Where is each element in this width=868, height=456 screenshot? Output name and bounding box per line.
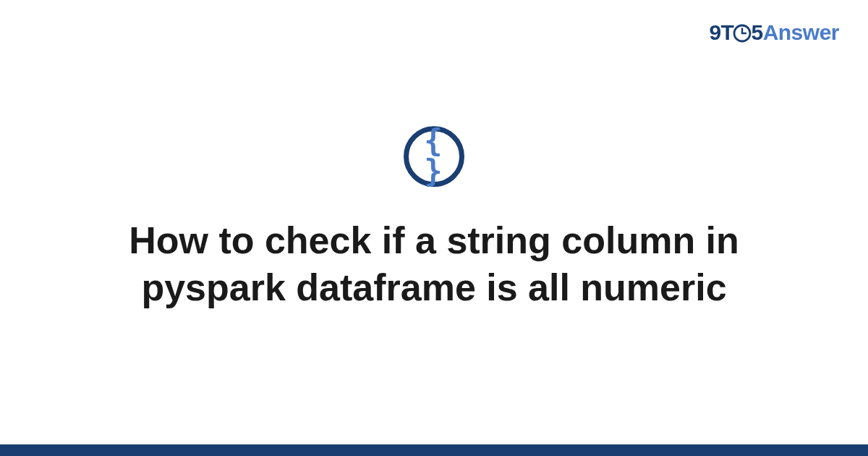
code-braces-icon: { }	[404, 126, 464, 187]
logo-text-t: T	[721, 20, 734, 44]
main-content: { } How to check if a string column in p…	[0, 126, 868, 311]
logo-text-answer: Answer	[763, 20, 839, 44]
braces-glyph: { }	[409, 126, 459, 187]
logo-text-5: 5	[751, 20, 762, 44]
site-logo[interactable]: 9T 5Answer	[709, 20, 839, 48]
clock-icon	[733, 23, 752, 48]
logo-text-9: 9	[709, 20, 720, 44]
page-title: How to check if a string column in pyspa…	[72, 217, 796, 311]
footer-accent-bar	[0, 444, 868, 456]
